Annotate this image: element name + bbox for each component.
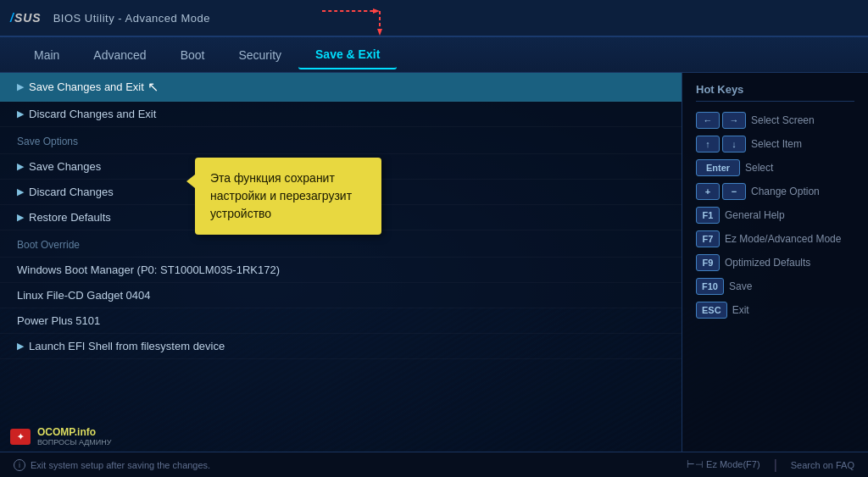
- nav-item-security[interactable]: Security: [221, 42, 298, 69]
- content-area: ▶ Save Changes and Exit ↖ ▶ Discard Chan…: [0, 73, 682, 452]
- hotkey-ez-mode: F7 Ez Mode/Advanced Mode: [696, 230, 854, 247]
- nav-item-advanced[interactable]: Advanced: [76, 42, 163, 69]
- key-group-esc: ESC: [696, 302, 727, 319]
- cursor-icon: ↖: [147, 79, 159, 95]
- arrow-icon-3: ▶: [17, 161, 24, 172]
- info-icon: i: [14, 459, 25, 471]
- key-group-plus-minus: + −: [696, 183, 746, 200]
- bios-title: BIOS Utility - Advanced Mode: [53, 12, 210, 25]
- key-group-f1: F1: [696, 207, 720, 224]
- hotkey-select-item: ↑ ↓ Select Item: [696, 136, 854, 153]
- hotkey-change-option: + − Change Option: [696, 183, 854, 200]
- hotkey-label-select-item: Select Item: [751, 138, 802, 150]
- menu-item-windows-boot[interactable]: Windows Boot Manager (P0: ST1000LM035-1R…: [0, 258, 682, 283]
- key-right[interactable]: →: [722, 112, 746, 129]
- bottom-link-faq[interactable]: Search on FAQ: [791, 460, 854, 470]
- nav-menu: Main Advanced Boot Security Save & Exit: [0, 37, 868, 73]
- key-enter[interactable]: Enter: [696, 159, 740, 176]
- key-up[interactable]: ↑: [696, 136, 720, 153]
- key-group-enter: Enter: [696, 159, 740, 176]
- bottom-info: i Exit system setup after saving the cha…: [14, 459, 210, 471]
- bottom-bar: i Exit system setup after saving the cha…: [0, 452, 868, 477]
- watermark-icon: ✦: [10, 429, 31, 445]
- menu-item-discard-exit[interactable]: ▶ Discard Changes and Exit: [0, 102, 682, 127]
- key-plus[interactable]: +: [696, 183, 720, 200]
- key-down[interactable]: ↓: [722, 136, 746, 153]
- bottom-link-ezmode[interactable]: ⊢⊣ Ez Mode(F7): [687, 459, 760, 470]
- section-header-save-options: Save Options: [0, 127, 682, 154]
- svg-marker-0: [373, 8, 380, 14]
- key-f7[interactable]: F7: [696, 230, 720, 247]
- key-group-f7: F7: [696, 230, 720, 247]
- arrow-icon-2: ▶: [17, 108, 24, 119]
- key-f1[interactable]: F1: [696, 207, 720, 224]
- hotkey-select: Enter Select: [696, 159, 854, 176]
- hotkey-general-help: F1 General Help: [696, 207, 854, 224]
- arrow-icon-5: ▶: [17, 212, 24, 223]
- key-group-f9: F9: [696, 254, 720, 271]
- hotkey-select-screen: ← → Select Screen: [696, 112, 854, 129]
- main-layout: ▶ Save Changes and Exit ↖ ▶ Discard Chan…: [0, 73, 868, 452]
- menu-item-save-changes-exit[interactable]: ▶ Save Changes and Exit ↖: [0, 73, 682, 102]
- hotkey-label-general-help: General Help: [725, 209, 785, 221]
- nav-item-boot[interactable]: Boot: [164, 42, 222, 69]
- arrow-icon-6: ▶: [17, 341, 24, 352]
- watermark-name: OCOMP.info: [37, 426, 112, 438]
- hotkey-optimized-defaults: F9 Optimized Defaults: [696, 254, 854, 271]
- hotkeys-title: Hot Keys: [696, 83, 854, 102]
- hotkey-label-ez-mode: Ez Mode/Advanced Mode: [725, 233, 841, 245]
- key-f10[interactable]: F10: [696, 278, 724, 295]
- top-bar: /SUS BIOS Utility - Advanced Mode: [0, 0, 868, 37]
- tooltip-box: Эта функция сохранит настройки и перезаг…: [195, 158, 381, 235]
- hotkey-save: F10 Save: [696, 278, 854, 295]
- key-group-arrows-ud: ↑ ↓: [696, 136, 746, 153]
- menu-item-power-plus[interactable]: Power Plus 5101: [0, 308, 682, 334]
- watermark: ✦ OCOMP.info ВОПРОСЫ АДМИНУ: [10, 426, 112, 446]
- key-group-arrows-lr: ← →: [696, 112, 746, 129]
- hotkey-label-select-screen: Select Screen: [751, 114, 815, 126]
- arrow-indicator: [254, 7, 390, 32]
- hotkey-label-optimized-defaults: Optimized Defaults: [725, 257, 810, 269]
- hotkey-label-save: Save: [729, 280, 752, 292]
- menu-item-launch-efi[interactable]: ▶ Launch EFI Shell from filesystem devic…: [0, 334, 682, 359]
- asus-logo: /SUS: [10, 11, 42, 25]
- svg-marker-1: [377, 29, 382, 36]
- watermark-sub: ВОПРОСЫ АДМИНУ: [37, 438, 112, 446]
- key-f9[interactable]: F9: [696, 254, 720, 271]
- hotkey-label-exit: Exit: [732, 304, 749, 316]
- arrow-icon-4: ▶: [17, 186, 24, 197]
- hotkey-exit: ESC Exit: [696, 302, 854, 319]
- key-group-f10: F10: [696, 278, 724, 295]
- hotkeys-panel: Hot Keys ← → Select Screen ↑ ↓ Select It…: [682, 73, 868, 452]
- hotkey-label-select: Select: [745, 162, 773, 174]
- arrow-icon: ▶: [17, 81, 24, 92]
- menu-item-linux-cd[interactable]: Linux File-CD Gadget 0404: [0, 283, 682, 308]
- bottom-right: ⊢⊣ Ez Mode(F7) | Search on FAQ: [687, 458, 854, 473]
- key-minus[interactable]: −: [722, 183, 746, 200]
- key-left[interactable]: ←: [696, 112, 720, 129]
- nav-item-main[interactable]: Main: [17, 42, 76, 69]
- key-esc[interactable]: ESC: [696, 302, 727, 319]
- hotkey-label-change-option: Change Option: [751, 186, 820, 197]
- nav-item-save-exit[interactable]: Save & Exit: [298, 41, 397, 69]
